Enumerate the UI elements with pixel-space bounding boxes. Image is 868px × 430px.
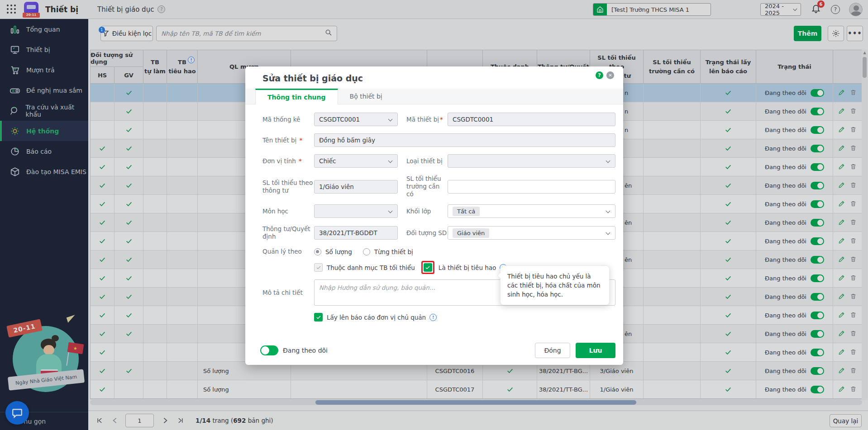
close-button[interactable]: Đóng xyxy=(535,343,570,358)
checkbox-thuoc-danh-muc-label: Thuộc danh mục TB tối thiểu xyxy=(327,264,415,271)
label-ma-thiet-bi: Mã thiết bị* xyxy=(406,116,448,123)
don-vi-tinh-select[interactable]: Chiếc xyxy=(314,154,398,168)
ten-thiet-bi-input[interactable]: Đồng hồ bấm giây xyxy=(314,133,615,147)
label-don-vi-tinh: Đơn vị tính * xyxy=(262,157,314,165)
doi-tuong-sd-select[interactable]: Giáo viên xyxy=(448,226,615,240)
modal-tabs: Thông tin chung Bộ thiết bị xyxy=(245,89,623,104)
radio-so-luong[interactable] xyxy=(314,248,321,255)
tieu-hao-tooltip: Thiết bị tiêu hao chủ yếu là các thiết b… xyxy=(500,265,610,305)
checkbox-tieu-hao-label: Là thiết bị tiêu hao xyxy=(439,264,496,271)
label-khoi-lop: Khối lớp xyxy=(406,208,448,215)
ma-thong-ke-select[interactable]: CSGDTC0001 xyxy=(314,113,398,126)
mon-hoc-select[interactable] xyxy=(314,204,398,218)
label-ma-thong-ke: Mã thống kê xyxy=(262,116,314,123)
sl-toi-thieu-tt-input[interactable]: 1/Giáo viên xyxy=(314,180,398,194)
sl-truong-can-co-input[interactable] xyxy=(448,180,615,194)
checkbox-tieu-hao[interactable] xyxy=(424,263,432,272)
radio-tung-thiet-bi[interactable] xyxy=(363,248,370,255)
checkbox-bao-cao[interactable] xyxy=(314,313,323,321)
modal-help-icon[interactable]: ? xyxy=(596,71,603,79)
loai-thiet-bi-select[interactable] xyxy=(448,154,615,168)
ma-thiet-bi-input[interactable]: CSGDTC0001 xyxy=(448,113,615,126)
label-mo-ta: Mô tả chi tiết xyxy=(262,289,314,297)
modal-close-icon[interactable]: ✕ xyxy=(606,71,614,79)
radio-tung-thiet-bi-label: Từng thiết bị xyxy=(374,248,413,255)
label-doi-tuong-sd: Đối tượng SD xyxy=(406,229,448,237)
checkbox-bao-cao-label: Lấy lên báo cáo đơn vị chủ quản xyxy=(327,314,426,321)
edit-equipment-modal: Sửa thiết bị giáo dục ? ✕ Thông tin chun… xyxy=(245,66,623,365)
thong-tu-input[interactable]: 38/2021/TT-BGDĐT xyxy=(314,226,398,240)
khoi-lop-select[interactable]: Tất cả xyxy=(448,204,615,218)
label-quan-ly-theo: Quản lý theo xyxy=(262,248,314,255)
label-loai-thiet-bi: Loại thiết bị xyxy=(406,157,448,165)
label-ten-thiet-bi: Tên thiết bị * xyxy=(262,137,314,144)
label-sl-truong-can-co: SL tối thiểu trường cần có xyxy=(406,175,448,198)
modal-footer: Đang theo dõi Đóng Lưu xyxy=(245,336,623,365)
tab-general-info[interactable]: Thông tin chung xyxy=(255,89,338,104)
tracking-toggle-label: Đang theo dõi xyxy=(283,347,328,354)
annotation-highlight-box xyxy=(421,261,434,274)
tab-equipment-set[interactable]: Bộ thiết bị xyxy=(338,89,394,104)
label-mon-hoc: Môn học xyxy=(262,208,314,215)
radio-so-luong-label: Số lượng xyxy=(325,248,352,255)
tracking-toggle[interactable] xyxy=(260,345,278,355)
label-thong-tu: Thông tư/Quyết định xyxy=(262,225,314,241)
checkbox-thuoc-danh-muc[interactable] xyxy=(314,263,323,272)
label-sl-toi-thieu-tt: SL tối thiểu theo thông tư xyxy=(262,179,314,194)
bao-cao-info-icon[interactable]: ! xyxy=(429,314,437,321)
modal-title: Sửa thiết bị giáo dục xyxy=(245,66,623,89)
save-button[interactable]: Lưu xyxy=(576,343,615,358)
